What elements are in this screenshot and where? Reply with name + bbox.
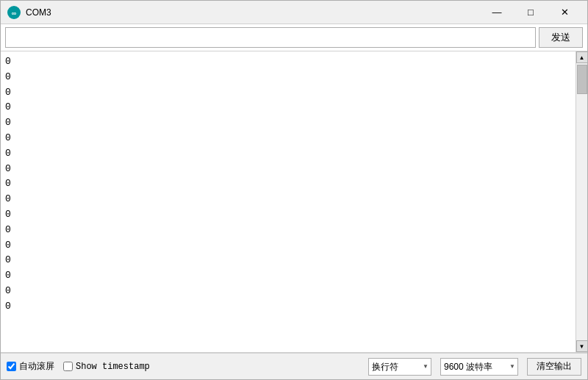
- minimize-button[interactable]: —: [480, 1, 514, 24]
- autoscroll-label[interactable]: 自动滚屏: [19, 360, 54, 373]
- serial-line: 0: [5, 223, 571, 238]
- close-button[interactable]: ✕: [548, 1, 581, 24]
- status-bar: 自动滚屏 Show timestamp 没有行结尾换行符回车符两者都有 300 …: [1, 353, 587, 379]
- serial-send-input[interactable]: [5, 27, 536, 48]
- serial-line: 0: [5, 299, 571, 315]
- serial-output-area: 00000000000000000 ▲ ▼: [1, 51, 587, 353]
- title-bar: ∞ COM3 — □ ✕: [1, 1, 587, 24]
- maximize-button[interactable]: □: [514, 1, 548, 24]
- serial-line: 0: [5, 100, 571, 115]
- line-ending-wrapper: 没有行结尾换行符回车符两者都有: [368, 358, 431, 376]
- serial-line: 0: [5, 131, 571, 146]
- scrollbar-track: ▲ ▼: [576, 51, 587, 352]
- serial-line: 0: [5, 238, 571, 254]
- serial-line: 0: [5, 54, 571, 70]
- autoscroll-group: 自动滚屏: [7, 360, 54, 373]
- serial-line: 0: [5, 162, 571, 177]
- scrollbar-thumb[interactable]: [577, 65, 587, 94]
- serial-line: 0: [5, 176, 571, 192]
- scroll-up-button[interactable]: ▲: [576, 51, 588, 63]
- serial-line: 0: [5, 146, 571, 162]
- serial-line: 0: [5, 284, 571, 299]
- baud-rate-wrapper: 300 波特率1200 波特率2400 波特率4800 波特率9600 波特率1…: [440, 358, 518, 376]
- serial-line: 0: [5, 85, 571, 101]
- window-title: COM3: [26, 7, 480, 18]
- serial-output-scroll[interactable]: 00000000000000000: [1, 51, 576, 352]
- line-ending-select[interactable]: 没有行结尾换行符回车符两者都有: [368, 358, 431, 376]
- autoscroll-checkbox[interactable]: [7, 362, 16, 371]
- scrollbar-thumb-area: [576, 63, 587, 340]
- serial-line: 0: [5, 207, 571, 223]
- main-window: ∞ COM3 — □ ✕ 发送 00000000000000000 ▲ ▼ 自动…: [0, 0, 588, 380]
- toolbar: 发送: [1, 24, 587, 51]
- timestamp-label[interactable]: Show timestamp: [76, 362, 150, 372]
- title-bar-controls: — □ ✕: [480, 1, 581, 24]
- timestamp-group: Show timestamp: [63, 362, 150, 372]
- serial-line: 0: [5, 192, 571, 207]
- serial-line: 0: [5, 70, 571, 85]
- serial-line: 0: [5, 253, 571, 268]
- clear-output-button[interactable]: 清空输出: [527, 358, 581, 376]
- baud-rate-select[interactable]: 300 波特率1200 波特率2400 波特率4800 波特率9600 波特率1…: [440, 358, 518, 376]
- svg-text:∞: ∞: [12, 10, 17, 17]
- serial-line: 0: [5, 115, 571, 131]
- send-button[interactable]: 发送: [539, 27, 583, 48]
- scroll-down-button[interactable]: ▼: [576, 340, 588, 352]
- timestamp-checkbox[interactable]: [63, 362, 73, 371]
- arduino-icon: ∞: [7, 5, 21, 20]
- serial-line: 0: [5, 268, 571, 284]
